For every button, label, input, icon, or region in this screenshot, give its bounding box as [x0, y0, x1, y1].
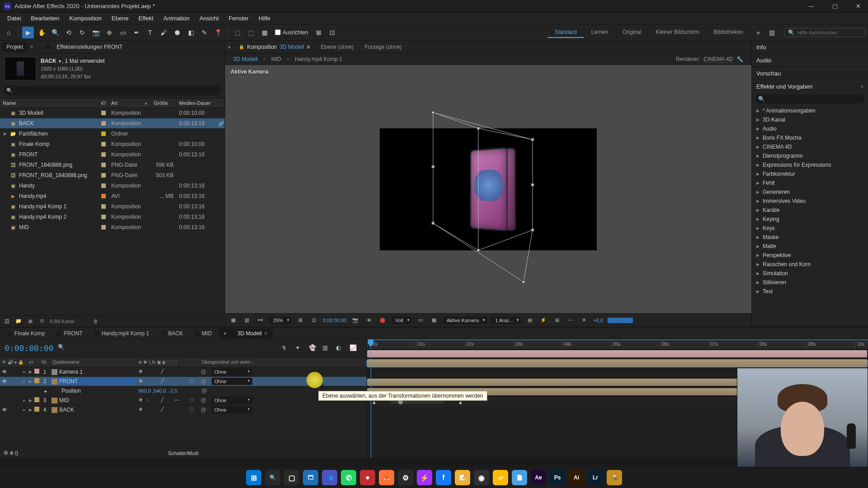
- layer-bar[interactable]: [367, 360, 867, 367]
- timeline-tab[interactable]: FRONT: [51, 328, 88, 338]
- workspace-kleiner bildschirm[interactable]: Kleiner Bildschirm: [649, 27, 707, 38]
- timeline-tab[interactable]: Handy.mp4 Komp 1: [89, 328, 155, 338]
- taskbar-teams[interactable]: 👥: [322, 470, 337, 485]
- project-item[interactable]: ▣BACK Komposition0:00:13:16🔗: [0, 118, 225, 129]
- col-name[interactable]: Name: [0, 99, 99, 108]
- camera-tool[interactable]: 📷: [90, 27, 102, 38]
- timeline-tab[interactable]: BACK: [156, 328, 189, 338]
- panel-preview[interactable]: Vorschau: [752, 67, 868, 80]
- comp-tab-menu-icon[interactable]: ≡: [307, 44, 310, 50]
- new-comp-button[interactable]: ▣: [26, 317, 34, 325]
- mode-button-2[interactable]: ⬚: [245, 27, 257, 38]
- maximize-button[interactable]: ▢: [829, 3, 841, 9]
- selection-handle[interactable]: [432, 222, 435, 225]
- snapshot-button[interactable]: 📷: [351, 316, 360, 325]
- exposure-reset-button[interactable]: ☀: [580, 316, 589, 325]
- menu-datei[interactable]: Datei: [3, 13, 25, 23]
- taskbar-taskview[interactable]: ▢: [284, 470, 299, 485]
- fast-preview-button[interactable]: ⚡: [539, 316, 548, 325]
- project-item[interactable]: 🖼FRONT_1840886.png PNG-Datei596 KB: [0, 160, 225, 170]
- taskbar-obs[interactable]: ◉: [474, 470, 489, 485]
- col-type[interactable]: Art▲: [108, 99, 151, 108]
- effect-category[interactable]: ▶Boris FX Mocha: [752, 133, 868, 142]
- taskbar-notes[interactable]: 📝: [455, 470, 470, 485]
- menu-ansicht[interactable]: Ansicht: [195, 13, 223, 23]
- project-item[interactable]: ▣3D Modell Komposition0:00:10:00: [0, 108, 225, 118]
- puppet-tool[interactable]: 📍: [212, 27, 224, 38]
- workspace-lernen[interactable]: Lernen: [584, 27, 615, 38]
- help-search-input[interactable]: [797, 30, 861, 35]
- project-item[interactable]: ▶📁Farbflächen Ordner: [0, 129, 225, 139]
- renderer-select[interactable]: CINEMA 4D: [703, 56, 733, 63]
- pixel-aspect-button[interactable]: ▤: [525, 316, 534, 325]
- project-item[interactable]: ▶Handy.mp4 AVI... MB0:00:13:16: [0, 191, 225, 202]
- menu-komposition[interactable]: Komposition: [65, 13, 106, 23]
- effect-category[interactable]: ▶Text: [752, 287, 868, 296]
- parent-select[interactable]: Ohne ▾: [212, 378, 252, 385]
- col-size[interactable]: Größe: [151, 99, 176, 108]
- project-item[interactable]: ▣Handy.mp4 Komp 1 Komposition0:00:13:16: [0, 202, 225, 212]
- workspace-standard[interactable]: Standard: [547, 27, 584, 38]
- roi-button[interactable]: ▭: [416, 316, 425, 325]
- effect-category[interactable]: ▶Kanäle: [752, 206, 868, 215]
- tab-footage[interactable]: Footage (ohne): [360, 42, 406, 52]
- effect-category[interactable]: ▶Expressions für Expressions: [752, 160, 868, 169]
- effect-category[interactable]: ▶Farbkorrektur: [752, 169, 868, 178]
- workspace-original[interactable]: Original: [615, 27, 648, 38]
- taskbar-whatsapp[interactable]: ✆: [341, 470, 356, 485]
- home-button[interactable]: ⌂: [3, 27, 14, 38]
- shape-tool[interactable]: ▭: [117, 27, 129, 38]
- timeline-tab[interactable]: Finale Komp: [2, 328, 50, 338]
- workspace-panel-button[interactable]: ▥: [766, 27, 778, 38]
- effect-category[interactable]: ▶Rauschen und Korn: [752, 260, 868, 269]
- shy-button[interactable]: 👻: [309, 344, 317, 352]
- comp-mini-flowchart-button[interactable]: ↯: [282, 344, 290, 352]
- project-panel-menu-icon[interactable]: ≡: [30, 44, 33, 49]
- effect-category[interactable]: ▶Maske: [752, 233, 868, 242]
- workspace-bibliotheken[interactable]: Bibliotheken: [707, 27, 750, 38]
- parent-select[interactable]: Ohne ▾: [212, 368, 252, 375]
- rotate-tool[interactable]: ↻: [76, 27, 88, 38]
- effects-search[interactable]: 🔍: [755, 94, 864, 103]
- flowchart-button[interactable]: ⬳: [566, 316, 575, 325]
- col-nr[interactable]: Nr.: [40, 360, 51, 365]
- new-folder-button[interactable]: 📁: [14, 317, 23, 325]
- panel-audio[interactable]: Audio: [752, 54, 868, 66]
- taskbar-app1[interactable]: ●: [360, 470, 375, 485]
- effect-category[interactable]: ▶Audio: [752, 124, 868, 133]
- layer-property-row[interactable]: ⬥ Position 960,0 ,540,0 ,-2,0 @: [0, 386, 367, 396]
- tab-project[interactable]: Projekt: [2, 42, 28, 52]
- tab-effect-controls[interactable]: Effekteinstellungen FRONT: [52, 42, 127, 52]
- hand-tool[interactable]: ✋: [36, 27, 47, 38]
- switches-modes-toggle[interactable]: Schalter/Modi: [168, 450, 198, 456]
- frame-blend-button[interactable]: ▥: [322, 344, 330, 352]
- layer-bar[interactable]: [367, 350, 867, 357]
- project-settings-button[interactable]: ⚙: [38, 317, 46, 325]
- zoom-slider[interactable]: [390, 401, 444, 404]
- mask-button[interactable]: 👓: [256, 316, 265, 325]
- selection-handle[interactable]: [477, 249, 480, 252]
- project-search[interactable]: 🔍: [4, 86, 221, 95]
- viewer-close-button[interactable]: ×: [228, 44, 231, 50]
- col-tag[interactable]: 🏷: [99, 99, 108, 108]
- effect-category[interactable]: ▶CINEMA 4D: [752, 142, 868, 151]
- workspace-more-button[interactable]: »: [752, 27, 764, 38]
- panel-effects[interactable]: Effekte und Vorgaben≡: [752, 80, 868, 93]
- panel-info[interactable]: Info: [752, 41, 868, 53]
- interpret-footage-button[interactable]: 🖼: [3, 317, 11, 325]
- menu-animation[interactable]: Animation: [159, 13, 194, 23]
- project-item[interactable]: ▣MID Komposition0:00:13:16: [0, 222, 225, 233]
- timeline-button[interactable]: ⊞: [552, 316, 561, 325]
- taskbar-search[interactable]: 🔍: [265, 470, 280, 485]
- draft-3d-button[interactable]: ✦: [295, 344, 303, 352]
- help-search[interactable]: 🔍: [784, 28, 865, 37]
- taskbar-explorer[interactable]: 🗔: [303, 470, 318, 485]
- mode-button-1[interactable]: ⬚: [231, 27, 243, 38]
- stamp-tool[interactable]: ⬢: [171, 27, 183, 38]
- flow-item[interactable]: 3D Modell: [233, 56, 258, 62]
- taskbar-firefox[interactable]: 🦊: [379, 470, 394, 485]
- taskbar-ps[interactable]: Ps: [550, 470, 565, 485]
- effect-category[interactable]: ▶Dienstprogramm: [752, 151, 868, 160]
- selection-handle[interactable]: [477, 127, 480, 130]
- taskbar-app2[interactable]: ⚙: [398, 470, 413, 485]
